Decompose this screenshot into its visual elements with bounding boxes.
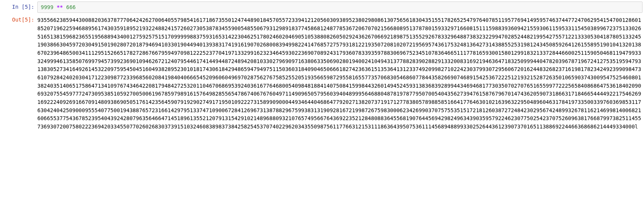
input-cell: In [5]: 9999 ** 666 [2, 2, 642, 13]
code-number-2: 666 [66, 4, 75, 10]
code-input[interactable]: 9999 ** 666 [37, 2, 642, 13]
output-text: 9355662385944300882036378777064242627006… [37, 14, 642, 133]
code-operator: ** [57, 4, 63, 10]
input-prompt: In [5]: [2, 2, 37, 13]
code-number-1: 9999 [41, 4, 54, 10]
output-cell: Out[5]: 93556623859443008820363787770642… [2, 14, 642, 133]
output-prompt: Out[5]: [2, 14, 37, 133]
